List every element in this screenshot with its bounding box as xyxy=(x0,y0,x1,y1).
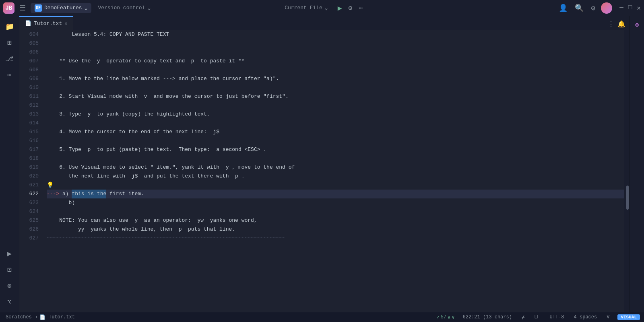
code-content[interactable]: Lesson 5.4: COPY AND PASTE TEXT ** Use t… xyxy=(43,30,624,312)
sidebar-item-terminal[interactable]: ⊡ xyxy=(2,262,17,277)
project-selector[interactable]: DF DemoFeatures ⌄ xyxy=(31,3,91,13)
status-encoding[interactable]: UTF-8 xyxy=(548,314,566,320)
line-num-617: 617 xyxy=(19,145,39,154)
code-line-606 xyxy=(47,48,624,57)
line-num-610: 610 xyxy=(19,83,39,92)
line-num-619: 619 xyxy=(19,163,39,172)
code-line-604: Lesson 5.4: COPY AND PASTE TEXT xyxy=(47,30,624,39)
close-button[interactable]: ✕ xyxy=(637,4,641,12)
tab-bell-icon[interactable]: 🔔 xyxy=(617,20,625,28)
line-num-621: 621 xyxy=(19,181,39,190)
sidebar-item-git[interactable]: ⎇ xyxy=(2,52,17,66)
editor-area[interactable]: 604 605 606 607 608 609 610 611 612 613 … xyxy=(19,30,630,312)
debug-button[interactable]: ⚙ xyxy=(349,4,353,12)
menu-button[interactable]: ☰ xyxy=(18,2,27,14)
sidebar-item-problems[interactable]: ⊗ xyxy=(2,279,17,293)
line-num-626: 626 xyxy=(19,225,39,234)
file-icon-small: 📄 xyxy=(39,314,45,320)
text-selection: this is the xyxy=(72,190,106,198)
status-indent[interactable]: 4 spaces xyxy=(572,314,599,320)
tab-filename: Tutor.txt xyxy=(34,21,62,27)
current-file-label: Current File xyxy=(285,5,322,11)
sidebar-item-git-bottom[interactable]: ⌥ xyxy=(2,295,17,309)
right-sidebar: ⊛ xyxy=(630,16,644,312)
left-sidebar: 📁 ⊞ ⎇ ⋯ ▶ ⊡ ⊗ ⌥ xyxy=(0,16,19,312)
line-num-616: 616 xyxy=(19,136,39,145)
code-line-609: 1. Move to the line below marked ---> an… xyxy=(47,74,624,83)
project-name: DemoFeatures xyxy=(44,5,82,11)
version-control-label: Version control xyxy=(98,5,145,11)
check-chevron-up: ∧ xyxy=(448,314,450,320)
status-line-separator[interactable]: LF xyxy=(533,314,541,320)
maximize-button[interactable]: □ xyxy=(628,4,632,12)
sidebar-item-run[interactable]: ▶ xyxy=(2,246,17,261)
tab-actions: ⋮ 🔔 xyxy=(608,20,630,30)
titlebar-right: 👤 🔍 ⚙ ─ □ ✕ xyxy=(428,2,641,14)
line-num-608: 608 xyxy=(19,66,39,74)
settings-icon[interactable]: ⚙ xyxy=(589,2,597,14)
line-num-609: 609 xyxy=(19,74,39,83)
code-line-612 xyxy=(47,101,624,110)
code-line-621: 💡 xyxy=(47,181,624,190)
line-num-615: 615 xyxy=(19,128,39,136)
check-icon: ✓ xyxy=(436,314,439,320)
line-num-606: 606 xyxy=(19,48,39,57)
more-actions-button[interactable]: ⋯ xyxy=(359,4,363,12)
code-line-617: 5. Type p to put (paste) the text. Then … xyxy=(47,145,624,154)
main-layout: 📁 ⊞ ⎇ ⋯ ▶ ⊡ ⊗ ⌥ 📄 Tutor.txt ✕ ⋮ 🔔 60 xyxy=(0,16,644,312)
search-icon[interactable]: 🔍 xyxy=(573,2,585,14)
status-bar: Scratches › 📄 Tutor.txt ✓ 57 ∧ ∨ 622:21 … xyxy=(0,312,644,322)
line-num-624: 624 xyxy=(19,207,39,216)
code-line-605 xyxy=(47,39,624,48)
code-line-608 xyxy=(47,66,624,74)
window-controls: ─ □ ✕ xyxy=(619,4,641,12)
line-num-611: 611 xyxy=(19,92,39,101)
sidebar-item-more[interactable]: ⋯ xyxy=(2,68,17,82)
line-num-620: 620 xyxy=(19,172,39,181)
code-line-615: 4. Move the cursor to the end of the nex… xyxy=(47,128,624,136)
line-num-627: 627 xyxy=(19,234,39,243)
code-line-623: b) xyxy=(47,198,624,207)
editor-wrapper: 📄 Tutor.txt ✕ ⋮ 🔔 604 605 606 607 608 60… xyxy=(19,16,630,312)
status-vim-icon: V xyxy=(605,314,611,320)
tab-file-icon: 📄 xyxy=(25,20,31,27)
code-line-625: NOTE: You can also use y as an operator:… xyxy=(47,216,624,225)
titlebar: JB ☰ DF DemoFeatures ⌄ Version control ⌄… xyxy=(0,0,644,16)
tab-tutor[interactable]: 📄 Tutor.txt ✕ xyxy=(19,16,73,30)
line-num-625: 625 xyxy=(19,216,39,225)
line-num-613: 613 xyxy=(19,110,39,119)
profile-avatar[interactable] xyxy=(601,2,612,14)
version-control-button[interactable]: Version control ⌄ xyxy=(95,3,154,13)
breadcrumb-file[interactable]: Tutor.txt xyxy=(47,314,76,320)
code-line-613: 3. Type y to yank (copy) the highlighted… xyxy=(47,110,624,119)
breadcrumb-separator: › xyxy=(35,314,38,320)
sidebar-item-search[interactable]: ⊞ xyxy=(2,35,17,50)
status-position[interactable]: 622:21 (13 chars) xyxy=(461,314,514,320)
code-line-611: 2. Start Visual mode with v and move the… xyxy=(47,92,624,101)
tab-bar: 📄 Tutor.txt ✕ ⋮ 🔔 xyxy=(19,16,630,30)
current-file-chevron: ⌄ xyxy=(325,5,328,11)
line-num-622: 622 xyxy=(19,190,39,198)
code-line-619: 6. Use Visual mode to select " item.", y… xyxy=(47,163,624,172)
user-icon[interactable]: 👤 xyxy=(557,2,569,14)
status-vcs-icon[interactable]: ⌿ xyxy=(520,314,526,320)
lightbulb-icon: 💡 xyxy=(47,181,54,190)
line-num-623: 623 xyxy=(19,198,39,207)
line-num-604: 604 xyxy=(19,30,39,39)
line-num-618: 618 xyxy=(19,154,39,163)
code-line-620: the next line with j$ and put the text t… xyxy=(47,172,624,181)
project-icon: DF xyxy=(35,4,42,12)
ai-assistant-icon[interactable]: ⊛ xyxy=(632,19,643,31)
run-button[interactable]: ▶ xyxy=(338,4,342,12)
code-line-622: ---> a) this is the first item. xyxy=(47,190,624,198)
code-line-614 xyxy=(47,119,624,128)
scrollbar[interactable] xyxy=(624,30,630,312)
sidebar-item-folder[interactable]: 📁 xyxy=(2,19,17,34)
tab-more-icon[interactable]: ⋮ xyxy=(608,20,614,28)
breadcrumb-scratches[interactable]: Scratches xyxy=(4,314,33,320)
tab-close-button[interactable]: ✕ xyxy=(64,21,67,27)
line-num-605: 605 xyxy=(19,39,39,48)
current-file-button[interactable]: Current File ⌄ xyxy=(281,3,331,13)
check-count-badge: ✓ 57 ∧ ∨ xyxy=(436,314,454,320)
minimize-button[interactable]: ─ xyxy=(619,4,623,12)
